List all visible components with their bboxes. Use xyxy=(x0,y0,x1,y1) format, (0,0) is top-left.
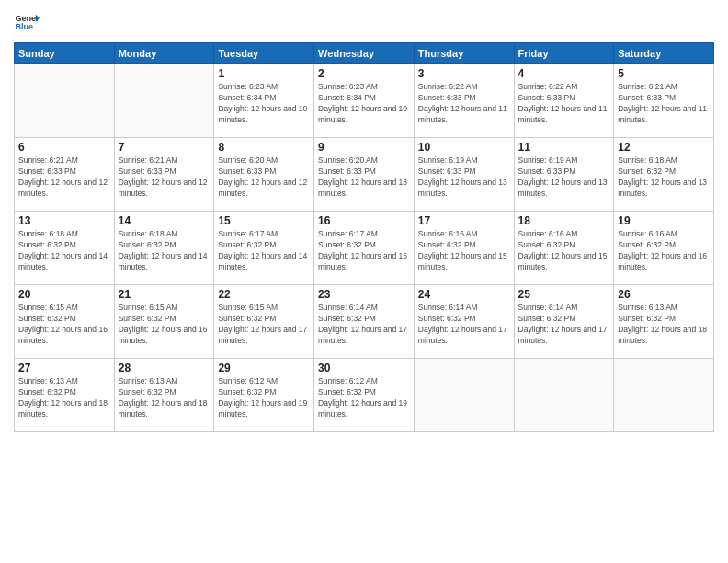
calendar-cell: 30Sunrise: 6:12 AM Sunset: 6:32 PM Dayli… xyxy=(314,359,415,432)
day-number: 2 xyxy=(318,67,410,80)
calendar-week-row: 6Sunrise: 6:21 AM Sunset: 6:33 PM Daylig… xyxy=(15,138,714,212)
calendar-cell: 27Sunrise: 6:13 AM Sunset: 6:32 PM Dayli… xyxy=(15,359,115,432)
calendar-cell: 12Sunrise: 6:18 AM Sunset: 6:32 PM Dayli… xyxy=(614,138,714,212)
calendar-cell: 25Sunrise: 6:14 AM Sunset: 6:32 PM Dayli… xyxy=(514,285,614,359)
page: General Blue SundayMondayTuesdayWednesda… xyxy=(0,0,728,563)
calendar-cell: 24Sunrise: 6:14 AM Sunset: 6:32 PM Dayli… xyxy=(414,285,514,359)
calendar-cell: 28Sunrise: 6:13 AM Sunset: 6:32 PM Dayli… xyxy=(114,359,214,432)
day-info: Sunrise: 6:14 AM Sunset: 6:32 PM Dayligh… xyxy=(518,303,610,347)
calendar-cell: 14Sunrise: 6:18 AM Sunset: 6:32 PM Dayli… xyxy=(114,212,214,285)
logo-icon: General Blue xyxy=(14,9,40,35)
day-number: 13 xyxy=(18,214,110,227)
day-info: Sunrise: 6:12 AM Sunset: 6:32 PM Dayligh… xyxy=(318,376,410,420)
calendar-week-row: 13Sunrise: 6:18 AM Sunset: 6:32 PM Dayli… xyxy=(15,212,714,285)
day-info: Sunrise: 6:15 AM Sunset: 6:32 PM Dayligh… xyxy=(119,303,210,347)
day-info: Sunrise: 6:18 AM Sunset: 6:32 PM Dayligh… xyxy=(18,229,110,273)
calendar-day-header: Friday xyxy=(514,43,614,64)
day-info: Sunrise: 6:18 AM Sunset: 6:32 PM Dayligh… xyxy=(618,155,710,200)
day-number: 29 xyxy=(218,362,310,374)
day-number: 3 xyxy=(418,67,510,80)
calendar-cell: 8Sunrise: 6:20 AM Sunset: 6:33 PM Daylig… xyxy=(214,138,314,212)
calendar-day-header: Monday xyxy=(114,43,214,64)
day-info: Sunrise: 6:17 AM Sunset: 6:32 PM Dayligh… xyxy=(218,229,310,273)
calendar-day-header: Thursday xyxy=(414,43,514,64)
day-number: 20 xyxy=(18,288,110,301)
calendar-cell: 26Sunrise: 6:13 AM Sunset: 6:32 PM Dayli… xyxy=(614,285,714,359)
calendar-week-row: 1Sunrise: 6:23 AM Sunset: 6:34 PM Daylig… xyxy=(15,64,714,138)
day-number: 26 xyxy=(618,288,710,301)
day-info: Sunrise: 6:14 AM Sunset: 6:32 PM Dayligh… xyxy=(418,303,510,347)
day-info: Sunrise: 6:16 AM Sunset: 6:32 PM Dayligh… xyxy=(618,229,710,273)
calendar-cell: 4Sunrise: 6:22 AM Sunset: 6:33 PM Daylig… xyxy=(514,64,614,138)
day-number: 17 xyxy=(418,214,510,227)
day-info: Sunrise: 6:19 AM Sunset: 6:33 PM Dayligh… xyxy=(518,155,610,200)
calendar-cell: 20Sunrise: 6:15 AM Sunset: 6:32 PM Dayli… xyxy=(15,285,115,359)
calendar-cell: 7Sunrise: 6:21 AM Sunset: 6:33 PM Daylig… xyxy=(114,138,214,212)
day-info: Sunrise: 6:23 AM Sunset: 6:34 PM Dayligh… xyxy=(318,82,410,126)
calendar-day-header: Sunday xyxy=(15,43,115,64)
logo: General Blue xyxy=(14,9,40,35)
calendar-cell: 5Sunrise: 6:21 AM Sunset: 6:33 PM Daylig… xyxy=(614,64,714,138)
calendar-week-row: 27Sunrise: 6:13 AM Sunset: 6:32 PM Dayli… xyxy=(15,359,714,432)
day-number: 18 xyxy=(518,214,610,227)
day-number: 21 xyxy=(119,288,210,301)
calendar-cell: 21Sunrise: 6:15 AM Sunset: 6:32 PM Dayli… xyxy=(114,285,214,359)
calendar-day-header: Tuesday xyxy=(214,43,314,64)
calendar-cell: 9Sunrise: 6:20 AM Sunset: 6:33 PM Daylig… xyxy=(314,138,415,212)
day-number: 10 xyxy=(418,141,510,154)
calendar-table: SundayMondayTuesdayWednesdayThursdayFrid… xyxy=(14,42,714,432)
day-number: 11 xyxy=(518,141,610,154)
day-info: Sunrise: 6:15 AM Sunset: 6:32 PM Dayligh… xyxy=(218,303,310,347)
day-info: Sunrise: 6:12 AM Sunset: 6:32 PM Dayligh… xyxy=(218,376,310,420)
day-info: Sunrise: 6:13 AM Sunset: 6:32 PM Dayligh… xyxy=(618,303,710,347)
day-number: 1 xyxy=(218,67,310,80)
calendar-cell: 15Sunrise: 6:17 AM Sunset: 6:32 PM Dayli… xyxy=(214,212,314,285)
day-info: Sunrise: 6:21 AM Sunset: 6:33 PM Dayligh… xyxy=(618,82,710,126)
calendar-cell xyxy=(514,359,614,432)
day-number: 6 xyxy=(18,141,110,154)
day-info: Sunrise: 6:22 AM Sunset: 6:33 PM Dayligh… xyxy=(418,82,510,126)
day-info: Sunrise: 6:22 AM Sunset: 6:33 PM Dayligh… xyxy=(518,82,610,126)
calendar-cell: 18Sunrise: 6:16 AM Sunset: 6:32 PM Dayli… xyxy=(514,212,614,285)
day-number: 24 xyxy=(418,288,510,301)
calendar-cell xyxy=(15,64,115,138)
svg-text:Blue: Blue xyxy=(15,22,33,31)
day-info: Sunrise: 6:17 AM Sunset: 6:32 PM Dayligh… xyxy=(318,229,410,273)
day-info: Sunrise: 6:23 AM Sunset: 6:34 PM Dayligh… xyxy=(218,82,310,126)
calendar-cell: 2Sunrise: 6:23 AM Sunset: 6:34 PM Daylig… xyxy=(314,64,415,138)
day-number: 9 xyxy=(318,141,410,154)
day-info: Sunrise: 6:20 AM Sunset: 6:33 PM Dayligh… xyxy=(318,155,410,200)
calendar-week-row: 20Sunrise: 6:15 AM Sunset: 6:32 PM Dayli… xyxy=(15,285,714,359)
day-info: Sunrise: 6:21 AM Sunset: 6:33 PM Dayligh… xyxy=(18,155,110,200)
calendar-cell: 29Sunrise: 6:12 AM Sunset: 6:32 PM Dayli… xyxy=(214,359,314,432)
day-info: Sunrise: 6:21 AM Sunset: 6:33 PM Dayligh… xyxy=(119,155,210,200)
calendar-cell xyxy=(114,64,214,138)
calendar-cell: 16Sunrise: 6:17 AM Sunset: 6:32 PM Dayli… xyxy=(314,212,415,285)
calendar-cell: 10Sunrise: 6:19 AM Sunset: 6:33 PM Dayli… xyxy=(414,138,514,212)
calendar-cell: 3Sunrise: 6:22 AM Sunset: 6:33 PM Daylig… xyxy=(414,64,514,138)
day-info: Sunrise: 6:14 AM Sunset: 6:32 PM Dayligh… xyxy=(318,303,410,347)
day-info: Sunrise: 6:20 AM Sunset: 6:33 PM Dayligh… xyxy=(218,155,310,200)
calendar-header-row: SundayMondayTuesdayWednesdayThursdayFrid… xyxy=(15,43,714,64)
calendar-cell: 13Sunrise: 6:18 AM Sunset: 6:32 PM Dayli… xyxy=(15,212,115,285)
day-number: 28 xyxy=(119,362,210,374)
day-info: Sunrise: 6:18 AM Sunset: 6:32 PM Dayligh… xyxy=(119,229,210,273)
day-number: 22 xyxy=(218,288,310,301)
day-number: 25 xyxy=(518,288,610,301)
day-number: 30 xyxy=(318,362,410,374)
day-info: Sunrise: 6:16 AM Sunset: 6:32 PM Dayligh… xyxy=(518,229,610,273)
calendar-day-header: Saturday xyxy=(614,43,714,64)
day-number: 4 xyxy=(518,67,610,80)
calendar-cell: 1Sunrise: 6:23 AM Sunset: 6:34 PM Daylig… xyxy=(214,64,314,138)
day-number: 15 xyxy=(218,214,310,227)
calendar-cell xyxy=(414,359,514,432)
day-info: Sunrise: 6:15 AM Sunset: 6:32 PM Dayligh… xyxy=(18,303,110,347)
day-number: 19 xyxy=(618,214,710,227)
day-number: 12 xyxy=(618,141,710,154)
calendar-cell: 19Sunrise: 6:16 AM Sunset: 6:32 PM Dayli… xyxy=(614,212,714,285)
day-info: Sunrise: 6:16 AM Sunset: 6:32 PM Dayligh… xyxy=(418,229,510,273)
calendar-cell xyxy=(614,359,714,432)
day-number: 23 xyxy=(318,288,410,301)
calendar-cell: 17Sunrise: 6:16 AM Sunset: 6:32 PM Dayli… xyxy=(414,212,514,285)
day-number: 7 xyxy=(119,141,210,154)
